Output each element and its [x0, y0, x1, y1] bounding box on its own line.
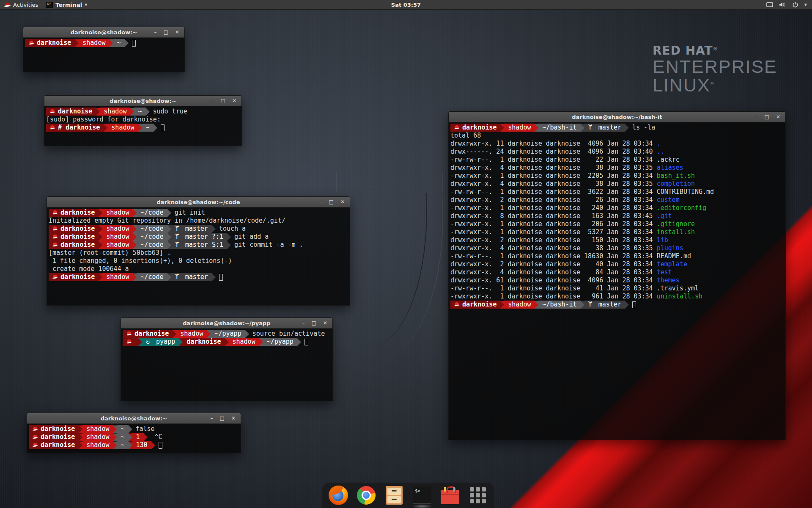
dock-item-files[interactable] [384, 485, 404, 505]
power-icon[interactable] [792, 2, 798, 8]
terminal-line: drwxrwxr-x. 4 darknoise darknoise 38 Jan… [450, 180, 784, 188]
prompt-segment-user: darknoise [25, 39, 75, 47]
ls-row-meta: -rw-rw-r--. 1 darknoise darknoise 18630 … [450, 252, 657, 260]
close-button[interactable]: ✕ [175, 27, 179, 38]
ls-row-meta: drwxrwxr-x. 61 darknoise darknoise 4096 … [450, 276, 657, 284]
powerline-separator-icon [154, 124, 157, 132]
ls-row-filename: install.sh [657, 228, 695, 236]
display-icon[interactable] [766, 2, 773, 8]
titlebar-term-pyapp[interactable]: darknoise@shadow:~/pyapp–□✕ [121, 318, 332, 329]
close-button[interactable]: ✕ [323, 318, 327, 329]
ls-row-meta: -rwxrwxr-x. 1 darknoise darknoise 2205 J… [450, 172, 657, 180]
system-menu-chevron-icon[interactable]: ▼ [804, 3, 807, 7]
volume-icon[interactable] [779, 2, 786, 8]
terminal-line: total 68 [450, 132, 784, 140]
window-buttons: –□✕ [211, 96, 241, 106]
powerline-separator-icon [75, 39, 79, 47]
close-button[interactable]: ✕ [232, 96, 236, 106]
titlebar-term-code[interactable]: darknoise@shadow:~/code–□✕ [47, 197, 350, 207]
titlebar-term-sudo[interactable]: darknoise@shadow:~–□✕ [44, 96, 241, 106]
titlebar-term-home-small[interactable]: darknoise@shadow:~–□✕ [23, 27, 184, 38]
ls-row-meta: -rw-rw-r--. 1 darknoise darknoise 41 Jan… [450, 284, 657, 293]
redhat-icon [29, 41, 34, 45]
ls-row-filename: template [657, 260, 687, 268]
prompt-segment-user: darknoise [29, 441, 79, 449]
terminal-body-term-code[interactable]: darknoiseshadow~/codegit initInitialized… [47, 207, 350, 305]
maximize-button[interactable]: □ [164, 27, 168, 38]
window-term-sudo: darknoise@shadow:~–□✕darknoiseshadow~sud… [44, 95, 242, 146]
terminal-line: drwxrwxr-x. 2 darknoise darknoise 40 Jan… [450, 260, 784, 268]
dock-item-chrome[interactable] [356, 485, 376, 505]
minimize-button[interactable]: – [211, 413, 213, 424]
window-term-bashit: darknoise@shadow:~/bash-it–□✕darknoisesh… [448, 111, 786, 440]
close-button[interactable]: ✕ [776, 112, 780, 122]
powerline-separator-icon [500, 301, 504, 309]
prompt-segment-path: ~/bash-it [538, 301, 580, 309]
prompt-segment-path: ~ [117, 441, 128, 449]
powerline-separator-icon [99, 273, 102, 281]
minimize-button[interactable]: – [302, 318, 305, 329]
prompt-segment-host: shadow [100, 108, 130, 116]
powerline-separator-icon [133, 241, 137, 249]
minimize-button[interactable]: – [211, 96, 214, 106]
terminal-line: -rwxrwxr-x. 1 darknoise darknoise 240 Ja… [450, 204, 784, 212]
close-button[interactable]: ✕ [340, 197, 345, 207]
titlebar-term-exitcodes[interactable]: darknoise@shadow:~–□✕ [27, 413, 241, 424]
terminal-body-term-bashit[interactable]: darknoiseshadow~/bash-itϒ masterls -lato… [449, 122, 785, 440]
ls-row-meta: drwxrwxr-x. 4 darknoise darknoise 84 Jan… [450, 268, 657, 276]
dock-item-firefox[interactable] [328, 485, 348, 505]
prompt-segment-exit: 1 [132, 433, 144, 441]
activities-button[interactable]: Activities [0, 0, 42, 9]
prompt-segment-host: shadow [107, 124, 138, 132]
app-grid-icon [470, 487, 486, 503]
close-button[interactable]: ✕ [231, 413, 236, 424]
powerline-separator-icon [99, 225, 102, 233]
terminal-line: darknoiseshadow~sudo true [46, 108, 240, 116]
powerline-separator-icon [79, 442, 82, 449]
terminal-line: drwxrwxr-x. 2 darknoise darknoise 26 Jan… [450, 196, 784, 204]
minimize-button[interactable]: – [320, 197, 322, 207]
terminal-line: drwx------. 24 darknoise darknoise 4096 … [450, 148, 784, 156]
terminal-app-icon: $> [46, 2, 53, 8]
terminal-body-term-exitcodes[interactable]: darknoiseshadow~falsedarknoiseshadow~1 ^… [27, 424, 241, 453]
prompt-segment-host: shadow [82, 441, 113, 449]
dock: $> [322, 483, 494, 508]
command-text: ls -la [629, 124, 655, 132]
maximize-button[interactable]: □ [221, 96, 225, 106]
terminal-line: darknoiseshadow~false [29, 425, 239, 433]
window-term-home-small: darknoise@shadow:~–□✕darknoiseshadow~ [23, 27, 185, 72]
maximize-button[interactable]: □ [329, 197, 334, 207]
terminal-body-term-home-small[interactable]: darknoiseshadow~ [23, 38, 184, 72]
prompt-segment-git: ϒ master S:1 [171, 241, 227, 249]
ls-row-meta: drwxrwxr-x. 4 darknoise darknoise 38 Jan… [450, 180, 657, 188]
clock[interactable]: Sat 03:57 [0, 2, 812, 8]
minimize-button[interactable]: – [154, 27, 157, 38]
titlebar-term-bashit[interactable]: darknoise@shadow:~/bash-it–□✕ [449, 112, 785, 122]
command-text: git commit -a -m . [231, 241, 303, 249]
prompt-segment-exit: 130 [132, 441, 151, 449]
terminal-body-term-pyapp[interactable]: darknoiseshadow~/pyappsource bin/activat… [121, 329, 332, 401]
ls-row-filename: bash_it.sh [657, 172, 695, 180]
git-branch-icon: ϒ [175, 233, 183, 241]
maximize-button[interactable]: □ [312, 318, 316, 329]
app-menu-terminal[interactable]: $> Terminal ▼ [42, 0, 91, 9]
powerline-separator-icon [167, 209, 171, 217]
prompt-segment-path: ~ [117, 425, 128, 433]
powerline-separator-icon [99, 241, 102, 249]
prompt-segment-path: ~ [142, 124, 154, 132]
brand-line2: ENTERPRISE [653, 58, 777, 76]
prompt-segment-user: darknoise [49, 273, 99, 281]
maximize-button[interactable]: □ [765, 112, 769, 122]
window-term-pyapp: darknoise@shadow:~/pyapp–□✕darknoiseshad… [121, 318, 333, 401]
minimize-button[interactable]: – [755, 112, 758, 122]
maximize-button[interactable]: □ [220, 413, 225, 424]
terminal-line: create mode 100644 a [49, 265, 348, 273]
app-menu-label: Terminal [55, 2, 82, 8]
powerline-separator-icon [79, 433, 82, 441]
dock-item-toolbox[interactable] [440, 485, 460, 505]
powerline-separator-icon [227, 233, 231, 241]
dock-item-terminal[interactable]: $> [412, 485, 432, 505]
dock-item-app-grid[interactable] [468, 485, 488, 505]
terminal-body-term-sudo[interactable]: darknoiseshadow~sudo true[sudo] password… [44, 106, 241, 146]
terminal-line: [master (root-commit) 50bcb63] . [49, 249, 348, 257]
